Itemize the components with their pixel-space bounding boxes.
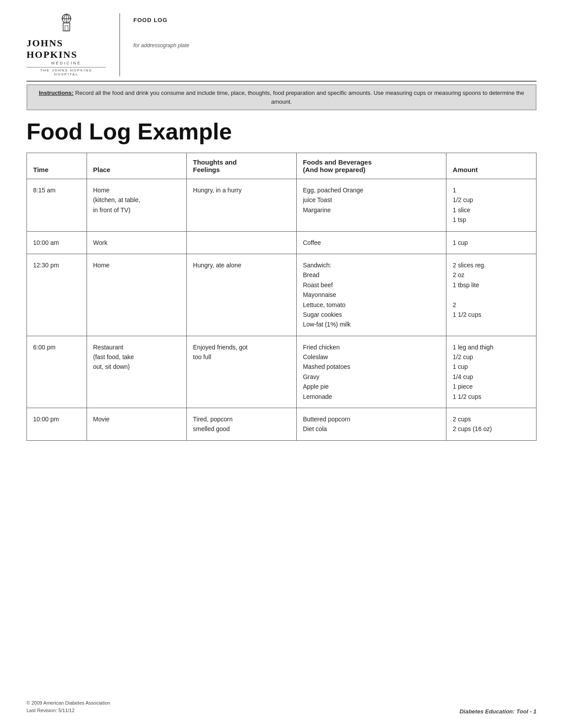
instructions-bold: Instructions: — [39, 90, 74, 96]
logo-main-text: JOHNS HOPKINS — [26, 38, 106, 60]
cell-place: Movie — [87, 408, 186, 441]
table-row: 10:00 pm Movie Tired, popcornsmelled goo… — [27, 408, 537, 441]
cell-foods: Fried chickenColeslawMashed potatoesGrav… — [296, 336, 446, 408]
svg-rect-4 — [63, 23, 70, 31]
cell-foods: Egg, poached Orangejuice ToastMargarine — [296, 179, 446, 232]
header-right: FOOD LOG for addressograph plate — [133, 13, 537, 49]
footer-revision: Last Revision: 5/11/12 — [26, 707, 110, 715]
col-header-time: Time — [27, 153, 87, 179]
food-log-table: Time Place Thoughts andFeelings Foods an… — [26, 153, 537, 441]
cell-amount: 2 cups2 cups (16 oz) — [446, 408, 537, 441]
cell-amount: 1 leg and thigh1/2 cup1 cup1/4 cup1 piec… — [446, 336, 537, 408]
cell-amount: 1 cup — [446, 231, 537, 254]
footer-right-text: Diabetes Education: Tool - 1 — [460, 708, 537, 715]
cell-time: 8:15 am — [27, 179, 87, 232]
addressograph-label: for addressograph plate — [133, 29, 537, 49]
cell-place: Restaurant(fast food, takeout, sit down) — [87, 336, 186, 408]
cell-thoughts: Enjoyed friends, gottoo full — [187, 336, 297, 408]
cell-foods: Coffee — [296, 231, 446, 254]
table-row: 10:00 am Work Coffee 1 cup — [27, 231, 537, 254]
cell-thoughts: Tired, popcornsmelled good — [187, 408, 297, 441]
table-header-row: Time Place Thoughts andFeelings Foods an… — [27, 153, 537, 179]
cell-foods: Sandwich:BreadRoast beefMayonnaiseLettuc… — [296, 254, 446, 336]
footer-copyright: © 2009 American Diabetes Association — [26, 699, 110, 707]
johns-hopkins-logo-icon — [54, 13, 79, 38]
cell-thoughts: Hungry, ate alone — [187, 254, 297, 336]
cell-thoughts: Hungry, in a hurry — [187, 179, 297, 232]
logo-bottom-text: THE JOHNS HOPKINSHOSPITAL — [26, 67, 106, 76]
col-header-thoughts: Thoughts andFeelings — [187, 153, 297, 179]
instructions-text: Record all the food and drink you consum… — [74, 90, 524, 105]
logo-sub-text: MEDICINE — [51, 61, 81, 65]
col-header-amount: Amount — [446, 153, 537, 179]
food-log-label: FOOD LOG — [133, 17, 537, 23]
header: JOHNS HOPKINS MEDICINE THE JOHNS HOPKINS… — [26, 13, 537, 82]
table-row: 6:00 pm Restaurant(fast food, takeout, s… — [27, 336, 537, 408]
table-row: 8:15 am Home(kitchen, at table,in front … — [27, 179, 537, 232]
header-divider — [119, 13, 120, 76]
cell-place: Home — [87, 254, 186, 336]
cell-time: 6:00 pm — [27, 336, 87, 408]
logo-area: JOHNS HOPKINS MEDICINE THE JOHNS HOPKINS… — [26, 13, 106, 76]
col-header-foods: Foods and Beverages(And how prepared) — [296, 153, 446, 179]
footer-left: © 2009 American Diabetes Association Las… — [26, 699, 110, 715]
col-header-place: Place — [87, 153, 186, 179]
cell-place: Home(kitchen, at table,in front of TV) — [87, 179, 186, 232]
cell-amount: 11/2 cup1 slice1 tsp — [446, 179, 537, 232]
cell-time: 10:00 pm — [27, 408, 87, 441]
page: JOHNS HOPKINS MEDICINE THE JOHNS HOPKINS… — [0, 0, 563, 728]
cell-time: 12:30 pm — [27, 254, 87, 336]
table-row: 12:30 pm Home Hungry, ate alone Sandwich… — [27, 254, 537, 336]
cell-thoughts — [187, 231, 297, 254]
cell-foods: Buttered popcornDiet cola — [296, 408, 446, 441]
cell-time: 10:00 am — [27, 231, 87, 254]
svg-rect-5 — [65, 26, 68, 31]
footer: © 2009 American Diabetes Association Las… — [26, 699, 537, 715]
page-title: Food Log Example — [26, 118, 537, 145]
cell-amount: 2 slices reg.2 oz1 tbsp lite 21 1/2 cups — [446, 254, 537, 336]
cell-place: Work — [87, 231, 186, 254]
instructions-box: Instructions: Record all the food and dr… — [26, 84, 537, 110]
